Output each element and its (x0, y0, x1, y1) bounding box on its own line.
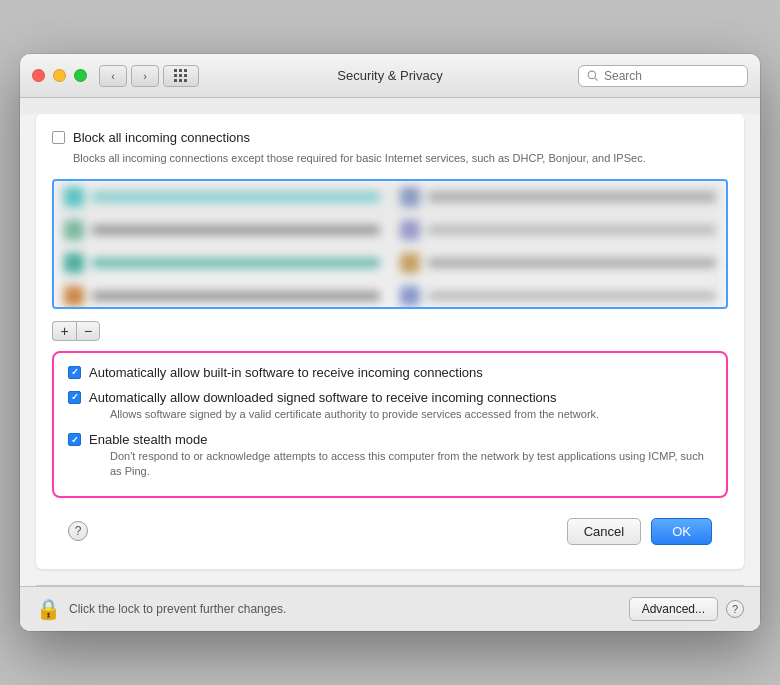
window-title: Security & Privacy (337, 68, 442, 83)
block-all-row: Block all incoming connections (52, 130, 728, 145)
footer-right: Advanced... ? (629, 597, 744, 621)
grid-button[interactable] (163, 65, 199, 87)
maximize-button[interactable] (74, 69, 87, 82)
ok-button[interactable]: OK (651, 518, 712, 545)
auto-signed-desc: Allows software signed by a valid certif… (110, 407, 599, 422)
advanced-button[interactable]: Advanced... (629, 597, 718, 621)
remove-app-button[interactable]: − (76, 321, 100, 341)
option-row-stealth: Enable stealth mode Don't respond to or … (68, 432, 712, 480)
blurred-list (54, 181, 726, 307)
auto-signed-label: Automatically allow downloaded signed so… (89, 390, 557, 405)
search-icon (587, 70, 599, 82)
window: ‹ › Security & Privacy Block all incom (20, 54, 760, 631)
nav-buttons: ‹ › (99, 65, 159, 87)
panel-area: Block all incoming connections Blocks al… (36, 114, 744, 569)
block-all-label: Block all incoming connections (73, 130, 250, 145)
close-button[interactable] (32, 69, 45, 82)
svg-line-1 (595, 78, 598, 81)
minimize-button[interactable] (53, 69, 66, 82)
forward-button[interactable]: › (131, 65, 159, 87)
grid-icon (174, 69, 188, 83)
search-input[interactable] (604, 69, 739, 83)
traffic-lights (32, 69, 87, 82)
auto-signed-checkbox[interactable] (68, 391, 81, 404)
app-list-container (52, 179, 728, 309)
option-row-signed: Automatically allow downloaded signed so… (68, 390, 712, 422)
back-button[interactable]: ‹ (99, 65, 127, 87)
add-app-button[interactable]: + (52, 321, 76, 341)
cancel-button[interactable]: Cancel (567, 518, 641, 545)
auto-builtin-checkbox[interactable] (68, 366, 81, 379)
lock-text: Click the lock to prevent further change… (69, 602, 286, 616)
stealth-checkbox[interactable] (68, 433, 81, 446)
main-content: Block all incoming connections Blocks al… (20, 114, 760, 631)
footer: 🔒 Click the lock to prevent further chan… (20, 586, 760, 631)
button-row: ? Cancel OK (52, 510, 728, 553)
list-controls: + − (52, 321, 728, 341)
titlebar: ‹ › Security & Privacy (20, 54, 760, 98)
svg-point-0 (588, 71, 596, 79)
search-box[interactable] (578, 65, 748, 87)
block-all-checkbox[interactable] (52, 131, 65, 144)
help-button[interactable]: ? (68, 521, 88, 541)
auto-builtin-label: Automatically allow built-in software to… (89, 365, 483, 380)
options-section: Automatically allow built-in software to… (52, 351, 728, 498)
option-row-builtin: Automatically allow built-in software to… (68, 365, 712, 380)
stealth-desc: Don't respond to or acknowledge attempts… (110, 449, 712, 480)
lock-area: 🔒 Click the lock to prevent further chan… (36, 597, 286, 621)
block-all-desc: Blocks all incoming connections except t… (73, 151, 728, 166)
lock-icon: 🔒 (36, 597, 61, 621)
action-buttons: Cancel OK (567, 518, 712, 545)
footer-help-button[interactable]: ? (726, 600, 744, 618)
stealth-label: Enable stealth mode (89, 432, 208, 447)
